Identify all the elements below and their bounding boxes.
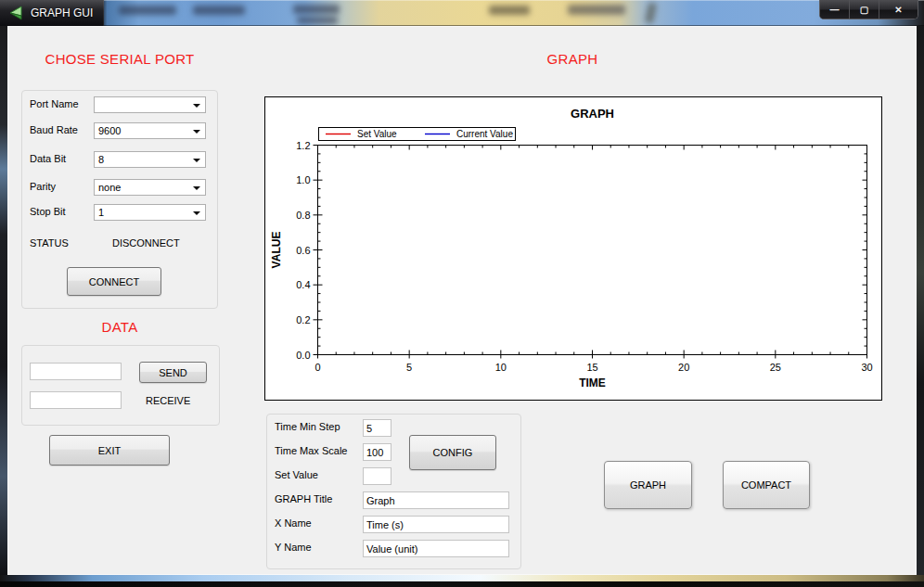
desktop-blur-blob (645, 2, 657, 23)
data-groupbox: SEND RECEIVE (21, 345, 220, 426)
config-groupbox: Time Min Step Time Max Scale Set Value G… (266, 414, 521, 569)
parity-value: none (98, 182, 121, 193)
port-name-label: Port Name (30, 98, 79, 109)
chevron-down-icon (193, 159, 200, 162)
baud-rate-label: Baud Rate (30, 124, 78, 135)
window-border-left (0, 26, 7, 575)
svg-text:0.8: 0.8 (296, 210, 310, 221)
desktop-blur-blob (568, 5, 625, 15)
time-max-scale-input[interactable] (363, 443, 391, 461)
svg-text:30: 30 (861, 362, 872, 373)
receive-label: RECEIVE (146, 395, 190, 406)
glass-strip (0, 575, 924, 581)
window-controls: — ▢ ✕ (819, 0, 918, 19)
svg-text:10: 10 (495, 362, 507, 373)
svg-text:0: 0 (314, 362, 320, 373)
window-border-bottom (0, 575, 924, 587)
compact-button[interactable]: COMPACT (723, 461, 810, 509)
desktop-blur-blob (193, 6, 245, 15)
time-min-step-label: Time Min Step (275, 421, 340, 432)
svg-text:0.0: 0.0 (296, 350, 310, 361)
parity-dropdown[interactable]: none (94, 179, 206, 196)
chevron-down-icon (193, 211, 200, 215)
svg-text:20: 20 (678, 362, 689, 373)
data-bit-value: 8 (98, 154, 104, 165)
parity-label: Parity (30, 181, 56, 192)
baud-rate-value: 9600 (98, 125, 121, 136)
serial-port-groupbox: Port Name Baud Rate 9600 Data Bit 8 Pari… (21, 90, 218, 309)
svg-text:Current Value: Current Value (456, 129, 513, 139)
data-bit-label: Data Bit (30, 153, 66, 164)
minimize-button[interactable]: — (820, 0, 849, 19)
stop-bit-label: Stop Bit (30, 206, 66, 217)
data-heading: DATA (21, 319, 218, 335)
status-label: STATUS (30, 237, 69, 249)
graph-title-label: GRAPH Title (275, 493, 332, 504)
desktop-blur-blob (297, 17, 338, 24)
stop-bit-dropdown[interactable]: 1 (94, 204, 206, 221)
send-input[interactable] (30, 363, 122, 380)
svg-text:0.6: 0.6 (296, 245, 310, 256)
exit-button[interactable]: EXIT (49, 435, 170, 466)
graph-chart: 0510152025300.00.20.40.60.81.01.2GRAPHTI… (265, 97, 881, 400)
send-button[interactable]: SEND (139, 362, 207, 383)
svg-text:TIME: TIME (579, 376, 606, 389)
chevron-down-icon (193, 130, 200, 134)
title-bar[interactable]: GRAPH GUI — ▢ ✕ (0, 0, 924, 26)
svg-text:Set Value: Set Value (357, 129, 397, 139)
svg-text:0.4: 0.4 (296, 279, 310, 290)
graph-title-input[interactable] (363, 491, 509, 509)
serial-port-heading: CHOSE SERIAL PORT (21, 51, 218, 67)
svg-text:GRAPH: GRAPH (571, 107, 614, 121)
connect-button[interactable]: CONNECT (67, 267, 161, 296)
port-name-dropdown[interactable] (94, 96, 206, 113)
svg-text:VALUE: VALUE (270, 232, 283, 269)
svg-text:15: 15 (586, 362, 597, 373)
config-button[interactable]: CONFIG (409, 435, 496, 470)
window-title-block: GRAPH GUI (0, 0, 104, 26)
svg-text:1.2: 1.2 (296, 140, 310, 151)
client-area: CHOSE SERIAL PORT Port Name Baud Rate 96… (7, 26, 917, 575)
desktop-blur-blob (293, 5, 340, 14)
receive-input[interactable] (30, 391, 122, 409)
data-bit-dropdown[interactable]: 8 (94, 151, 206, 168)
close-button[interactable]: ✕ (879, 0, 918, 19)
set-value-label: Set Value (275, 469, 318, 480)
desktop-blur-blob (489, 6, 530, 15)
stop-bit-value: 1 (98, 207, 104, 218)
x-name-input[interactable] (363, 516, 509, 533)
window-border-right (917, 26, 924, 575)
svg-text:25: 25 (770, 362, 781, 373)
y-name-input[interactable] (363, 540, 509, 557)
window-title: GRAPH GUI (31, 6, 93, 19)
time-min-step-input[interactable] (363, 419, 391, 437)
svg-text:0.2: 0.2 (296, 314, 310, 325)
dark-strip (0, 581, 924, 587)
graph-button[interactable]: GRAPH (604, 461, 692, 509)
desktop-blur-blob (119, 6, 176, 15)
svg-text:5: 5 (406, 362, 412, 373)
chevron-down-icon (193, 186, 200, 190)
maximize-button[interactable]: ▢ (849, 0, 879, 19)
x-name-label: X Name (275, 517, 312, 529)
time-max-scale-label: Time Max Scale (275, 445, 347, 456)
graph-heading: GRAPH (264, 51, 880, 67)
svg-text:1.0: 1.0 (296, 174, 310, 185)
app-window: GRAPH GUI — ▢ ✕ CHOSE SERIAL PORT Port N… (0, 0, 924, 587)
app-icon (7, 5, 24, 21)
y-name-label: Y Name (275, 542, 312, 553)
set-value-input[interactable] (363, 467, 391, 485)
graph-chart-panel: 0510152025300.00.20.40.60.81.01.2GRAPHTI… (264, 96, 882, 401)
chevron-down-icon (193, 104, 200, 108)
status-value: DISCONNECT (112, 237, 180, 249)
baud-rate-dropdown[interactable]: 9600 (94, 122, 206, 139)
